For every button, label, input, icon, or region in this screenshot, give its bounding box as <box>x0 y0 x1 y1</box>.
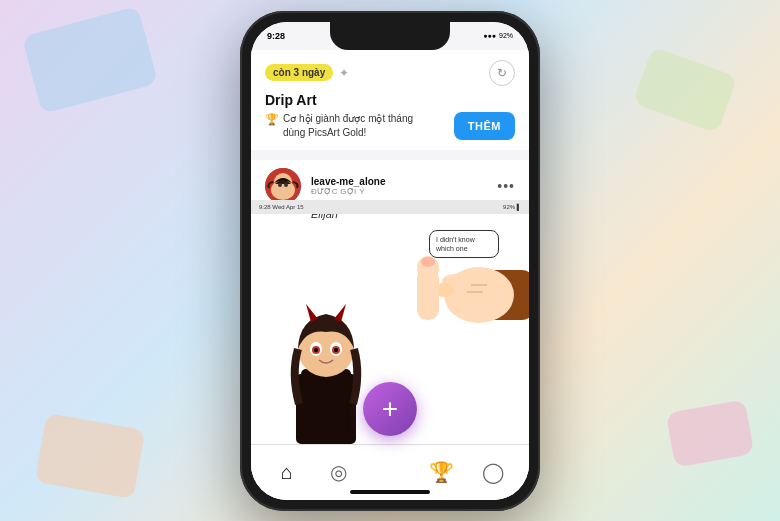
svg-marker-8 <box>306 304 318 322</box>
more-button[interactable]: ••• <box>497 178 515 194</box>
svg-point-14 <box>314 348 318 352</box>
them-button[interactable]: THÊM <box>454 112 515 140</box>
user-tag: ĐƯỢC GỢI Ý <box>311 187 487 196</box>
phone-notch <box>330 22 450 50</box>
avatar <box>265 168 301 204</box>
bg-decoration-3 <box>632 46 737 133</box>
badge-row: còn 3 ngày ✦ ↻ <box>265 60 515 86</box>
refresh-button[interactable]: ↻ <box>489 60 515 86</box>
bg-decoration-1 <box>22 6 159 114</box>
status-icons: ●●● 92% <box>483 32 513 39</box>
user-info: leave-me_alone ĐƯỢC GỢI Ý <box>311 176 487 196</box>
star-icon: ✦ <box>339 66 349 80</box>
bg-decoration-2 <box>35 413 146 499</box>
challenge-description: 🏆 Cơ hội giành được một tháng dùng PicsA… <box>265 112 454 140</box>
phone-screen: 9:28 ●●● 92% còn 3 ngày ✦ ↻ Drip Art 🏆 <box>251 22 529 500</box>
battery-icon: 92% <box>499 32 513 39</box>
status-time: 9:28 <box>267 31 285 41</box>
add-icon: + <box>382 395 398 423</box>
challenge-row: 🏆 Cơ hội giành được một tháng dùng PicsA… <box>265 112 515 140</box>
challenge-banner: còn 3 ngày ✦ ↻ Drip Art 🏆 Cơ hội giành đ… <box>251 50 529 150</box>
trophy-tab-icon: 🏆 <box>429 460 454 484</box>
svg-point-3 <box>278 183 282 187</box>
phone-frame: 9:28 ●●● 92% còn 3 ngày ✦ ↻ Drip Art 🏆 <box>240 11 540 511</box>
add-button[interactable]: + <box>363 382 417 436</box>
trophy-icon: 🏆 <box>265 113 279 126</box>
username: leave-me_alone <box>311 176 487 187</box>
home-icon: ⌂ <box>281 461 293 484</box>
screen-content: 9:28 ●●● 92% còn 3 ngày ✦ ↻ Drip Art 🏆 <box>251 22 529 500</box>
bg-decoration-4 <box>666 399 754 467</box>
home-indicator <box>350 490 430 494</box>
days-badge: còn 3 ngày <box>265 64 333 81</box>
profile-icon: ◯ <box>482 460 504 484</box>
tab-profile[interactable]: ◯ <box>467 445 519 500</box>
hand-pointing-svg <box>399 210 529 350</box>
svg-point-15 <box>334 348 338 352</box>
tab-home[interactable]: ⌂ <box>261 445 313 500</box>
svg-marker-9 <box>334 304 346 322</box>
svg-point-24 <box>421 257 435 267</box>
svg-point-4 <box>284 183 288 187</box>
challenge-title: Drip Art <box>265 92 515 108</box>
signal-icon: ●●● <box>483 32 496 39</box>
explore-icon: ◎ <box>330 460 347 484</box>
challenge-text: Cơ hội giành được một tháng dùng PicsArt… <box>283 112 423 140</box>
